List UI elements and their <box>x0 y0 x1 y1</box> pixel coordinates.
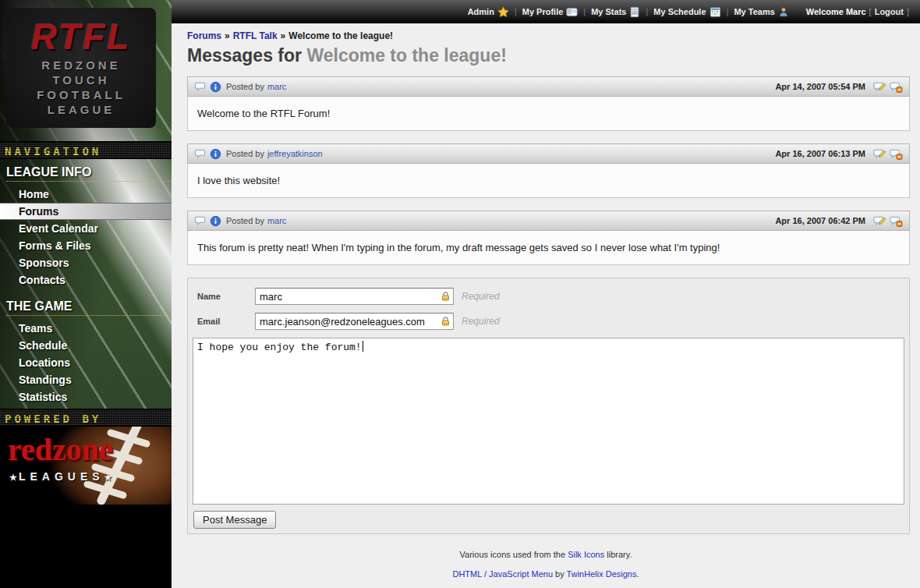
author-link[interactable]: jeffreyatkinson <box>267 149 323 158</box>
comment-delete-icon[interactable] <box>890 215 903 227</box>
yellow-rule <box>6 315 172 316</box>
league-info-nav: Home Forums Event Calendar Forms & Files… <box>0 186 172 289</box>
calculator-icon <box>629 6 640 18</box>
rtfl-logo-line: TOUCH <box>6 73 156 87</box>
message-post: Posted by marc Apr 14, 2007 05:54 PM Wel… <box>187 76 910 131</box>
comment-edit-icon[interactable] <box>873 81 886 93</box>
lock-icon <box>441 291 451 305</box>
rtfl-logo-line: REDZONE <box>6 58 156 73</box>
comment-delete-icon[interactable] <box>890 148 903 160</box>
top-bar: Admin | My Profile | My Stats | My Sched… <box>172 0 920 23</box>
post-message-button[interactable]: Post Message <box>193 511 276 529</box>
comment-delete-icon[interactable] <box>890 81 903 93</box>
rtfl-logo: RTFL REDZONE TOUCH FOOTBALL LEAGUE <box>6 8 156 128</box>
comment-icon[interactable] <box>194 148 206 159</box>
separator: | <box>515 7 517 16</box>
calendar-icon <box>709 6 721 18</box>
message-post: Posted by jeffreyatkinson Apr 16, 2007 0… <box>187 143 910 198</box>
separator: | <box>727 7 729 16</box>
sidebar-item-standings[interactable]: Standings <box>0 371 172 388</box>
info-icon[interactable] <box>210 215 221 227</box>
info-icon[interactable] <box>210 81 221 93</box>
name-label: Name <box>197 292 255 301</box>
email-input[interactable] <box>255 313 454 330</box>
footer-menu-credit: DHTML / JavaScript Menu by TwinHelix Des… <box>172 569 920 579</box>
rtfl-logo-line: LEAGUE <box>6 102 156 117</box>
topbar-admin[interactable]: Admin <box>468 6 509 18</box>
redzone-leagues-logo: redzone ★LEAGUES★ <box>0 427 172 505</box>
main-content: Forums»RTFL Talk»Welcome to the league! … <box>172 23 920 588</box>
message-date: Apr 16, 2007 06:13 PM <box>775 149 865 158</box>
welcome-text: Welcome Marc <box>806 7 866 16</box>
yellow-rule <box>6 181 172 182</box>
topbar-my-stats[interactable]: My Stats <box>591 6 640 18</box>
sidebar-item-forms-files[interactable]: Forms & Files <box>0 237 172 254</box>
leagues-wordmark: ★LEAGUES★ <box>9 470 113 483</box>
name-row: Name Required <box>197 288 904 305</box>
sidebar-item-schedule[interactable]: Schedule <box>0 337 172 354</box>
name-input[interactable] <box>255 288 454 305</box>
message-header: Posted by jeffreyatkinson Apr 16, 2007 0… <box>187 143 910 164</box>
topbar-my-teams[interactable]: My Teams <box>734 6 788 18</box>
topbar-my-schedule[interactable]: My Schedule <box>653 6 720 18</box>
info-icon[interactable] <box>210 148 221 160</box>
twinhelix-link[interactable]: TwinHelix Designs <box>567 569 637 579</box>
topbar-my-profile[interactable]: My Profile <box>522 6 579 18</box>
logout-link[interactable]: Logout <box>875 7 904 16</box>
required-hint: Required <box>462 291 500 302</box>
bracket: ] <box>907 7 909 16</box>
posted-by-label: Posted by <box>226 216 264 225</box>
author-link[interactable]: marc <box>267 216 286 225</box>
message-date: Apr 16, 2007 06:42 PM <box>775 216 865 225</box>
dhtml-menu-link[interactable]: DHTML / JavaScript Menu <box>452 569 553 579</box>
sidebar-item-teams[interactable]: Teams <box>0 320 172 337</box>
breadcrumb: Forums»RTFL Talk»Welcome to the league! <box>172 23 920 41</box>
footer: Various icons used from the Silk Icons l… <box>172 550 920 579</box>
lock-icon <box>441 316 451 330</box>
separator: | <box>583 7 586 16</box>
footer-icons-credit: Various icons used from the Silk Icons l… <box>172 550 920 559</box>
message-draft-text: I hope you enjoy the forum! <box>197 342 362 353</box>
text-caret <box>363 341 363 352</box>
message-header: Posted by marc Apr 16, 2007 06:42 PM <box>187 211 910 231</box>
posted-by-label: Posted by <box>226 82 264 91</box>
section-heading-league-info: LEAGUE INFO <box>0 165 172 182</box>
email-row: Email Required <box>197 313 904 330</box>
rtfl-logo-line: FOOTBALL <box>6 87 156 102</box>
message-textarea[interactable]: I hope you enjoy the forum! <box>193 338 904 505</box>
breadcrumb-separator: » <box>225 30 230 41</box>
page-title: Messages for Welcome to the league! <box>187 45 920 66</box>
redzone-wordmark: redzone <box>8 434 113 466</box>
comment-edit-icon[interactable] <box>873 148 886 160</box>
star-icon <box>497 6 509 18</box>
breadcrumb-rtfl-talk-link[interactable]: RTFL Talk <box>233 30 278 41</box>
silk-icons-link[interactable]: Silk Icons <box>568 550 604 559</box>
sidebar-item-sponsors[interactable]: Sponsors <box>0 254 172 271</box>
sidebar-item-event-calendar[interactable]: Event Calendar <box>0 220 172 237</box>
message-header: Posted by marc Apr 14, 2007 05:54 PM <box>187 76 910 97</box>
required-hint: Required <box>462 316 500 327</box>
breadcrumb-current: Welcome to the league! <box>288 30 393 41</box>
comment-edit-icon[interactable] <box>873 215 886 227</box>
comment-icon[interactable] <box>194 81 206 92</box>
sidebar-item-home[interactable]: Home <box>0 186 172 203</box>
powered-by-led-header: POWERED BY <box>0 409 172 427</box>
comment-icon[interactable] <box>194 215 206 226</box>
sidebar: RTFL REDZONE TOUCH FOOTBALL LEAGUE NAVIG… <box>0 0 172 588</box>
message-body: Welcome to the RTFL Forum! <box>187 97 910 131</box>
page-title-topic: Welcome to the league! <box>306 45 506 66</box>
rtfl-logo-title: RTFL <box>6 16 156 58</box>
sidebar-item-statistics[interactable]: Statistics <box>0 388 172 406</box>
sidebar-item-forums[interactable]: Forums <box>0 203 172 220</box>
author-link[interactable]: marc <box>267 82 286 91</box>
sidebar-item-contacts[interactable]: Contacts <box>0 271 172 289</box>
message-body: This forum is pretty neat! When I'm typi… <box>187 231 910 265</box>
breadcrumb-forums-link[interactable]: Forums <box>187 30 221 41</box>
email-label: Email <box>197 317 255 326</box>
user-icon <box>778 6 789 18</box>
section-heading-the-game: THE GAME <box>0 299 172 316</box>
message-body: I love this website! <box>187 164 910 198</box>
message-date: Apr 14, 2007 05:54 PM <box>775 82 865 91</box>
sidebar-item-locations[interactable]: Locations <box>0 354 172 371</box>
messages-list: Posted by marc Apr 14, 2007 05:54 PM Wel… <box>187 76 910 265</box>
